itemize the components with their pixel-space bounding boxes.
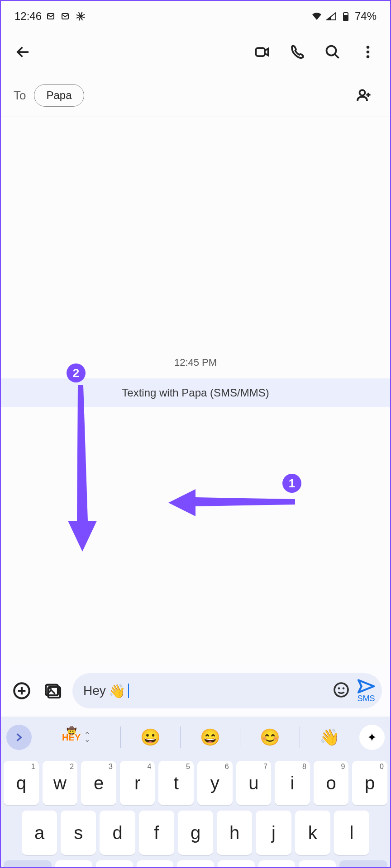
key-s[interactable]: s: [61, 811, 96, 855]
updown-icon: ⌃⌄: [84, 733, 90, 742]
key-j[interactable]: j: [256, 811, 291, 855]
key-h[interactable]: h: [217, 811, 252, 855]
message-input[interactable]: Hey 👋 SMS: [72, 673, 382, 708]
message-text: Hey 👋: [83, 683, 129, 699]
status-bar: 12:46 74%: [1, 1, 390, 27]
svg-point-17: [343, 687, 345, 689]
svg-point-9: [367, 55, 370, 58]
emoji-suggestion-1[interactable]: 😀: [121, 724, 180, 751]
text-cursor: [128, 684, 129, 698]
battery-icon: [340, 11, 351, 22]
emoji-suggestion-3[interactable]: 😊: [240, 724, 300, 751]
key-o[interactable]: o9: [314, 761, 349, 805]
videocall-button[interactable]: [249, 39, 275, 65]
status-time: 12:46: [14, 10, 42, 23]
key-a[interactable]: a: [22, 811, 57, 855]
key-m[interactable]: m: [299, 860, 336, 868]
svg-rect-5: [256, 48, 265, 56]
back-button[interactable]: [10, 39, 36, 65]
keyboard: q1 w2 e3 r4 t5 y6 u7 i8 o9 p0 a s d f g …: [1, 758, 390, 868]
keyboard-row-2: a s d f g h j k l: [4, 811, 387, 855]
key-g[interactable]: g: [178, 811, 213, 855]
svg-rect-3: [343, 15, 348, 21]
message-timestamp: 12:45 PM: [1, 357, 390, 368]
key-u[interactable]: u7: [236, 761, 272, 805]
wifi-icon: [311, 11, 322, 22]
key-l[interactable]: l: [334, 811, 369, 855]
key-z[interactable]: z: [55, 860, 92, 868]
key-v[interactable]: v: [177, 860, 214, 868]
svg-point-10: [360, 90, 365, 95]
expand-suggestions-button[interactable]: [6, 725, 32, 750]
keyboard-row-3: z x c v b n m: [4, 860, 387, 868]
attach-button[interactable]: [9, 678, 34, 703]
app-bar: [1, 27, 390, 77]
emoji-suggestion-4[interactable]: 👋: [300, 724, 359, 751]
key-n[interactable]: n: [258, 860, 296, 868]
key-i[interactable]: i8: [275, 761, 310, 805]
search-button[interactable]: [319, 39, 346, 65]
send-label: SMS: [357, 694, 375, 703]
add-recipient-button[interactable]: [351, 82, 377, 108]
key-k[interactable]: k: [295, 811, 330, 855]
svg-point-16: [338, 687, 340, 689]
sticker-suggestion-hey[interactable]: 🤠HEY ⌃⌄: [32, 724, 120, 751]
signal-icon: [326, 11, 337, 22]
key-e[interactable]: e3: [81, 761, 116, 805]
key-x[interactable]: x: [96, 860, 133, 868]
key-r[interactable]: r4: [120, 761, 155, 805]
svg-rect-4: [345, 12, 347, 13]
magic-wand-button[interactable]: ✦: [359, 725, 385, 750]
battery-pct: 74%: [355, 10, 377, 23]
gallery-button[interactable]: [41, 678, 66, 703]
annotation-badge-2: 2: [67, 363, 86, 382]
annotation-arrow-2: [64, 385, 100, 552]
suggestion-bar: 🤠HEY ⌃⌄ 😀 😄 😊 👋 ✦: [1, 717, 390, 758]
recipient-chip[interactable]: Papa: [34, 84, 84, 107]
svg-point-8: [367, 51, 370, 54]
key-shift[interactable]: [4, 860, 52, 868]
svg-point-6: [327, 46, 336, 56]
emoji-picker-button[interactable]: [332, 681, 352, 701]
emoji-suggestion-2[interactable]: 😄: [181, 724, 240, 751]
recipients-row: To Papa: [1, 77, 390, 117]
call-button[interactable]: [284, 39, 310, 65]
more-button[interactable]: [355, 39, 381, 65]
keyboard-row-1: q1 w2 e3 r4 t5 y6 u7 i8 o9 p0: [4, 761, 387, 805]
compose-row: Hey 👋 SMS: [1, 664, 390, 717]
key-y[interactable]: y6: [197, 761, 233, 805]
key-b[interactable]: b: [218, 860, 255, 868]
key-f[interactable]: f: [139, 811, 174, 855]
status-notif-icons: [46, 11, 86, 22]
send-button[interactable]: SMS: [357, 679, 377, 703]
key-t[interactable]: t5: [158, 761, 194, 805]
to-label: To: [14, 89, 26, 103]
key-p[interactable]: p0: [352, 761, 387, 805]
svg-point-15: [334, 683, 348, 697]
key-d[interactable]: d: [100, 811, 135, 855]
key-c[interactable]: c: [137, 860, 174, 868]
annotation-arrow-1: [168, 489, 295, 516]
key-backspace[interactable]: [339, 860, 387, 868]
key-w[interactable]: w2: [43, 761, 78, 805]
texting-banner: Texting with Papa (SMS/MMS): [1, 378, 390, 407]
key-q[interactable]: q1: [4, 761, 39, 805]
svg-point-7: [367, 46, 370, 49]
